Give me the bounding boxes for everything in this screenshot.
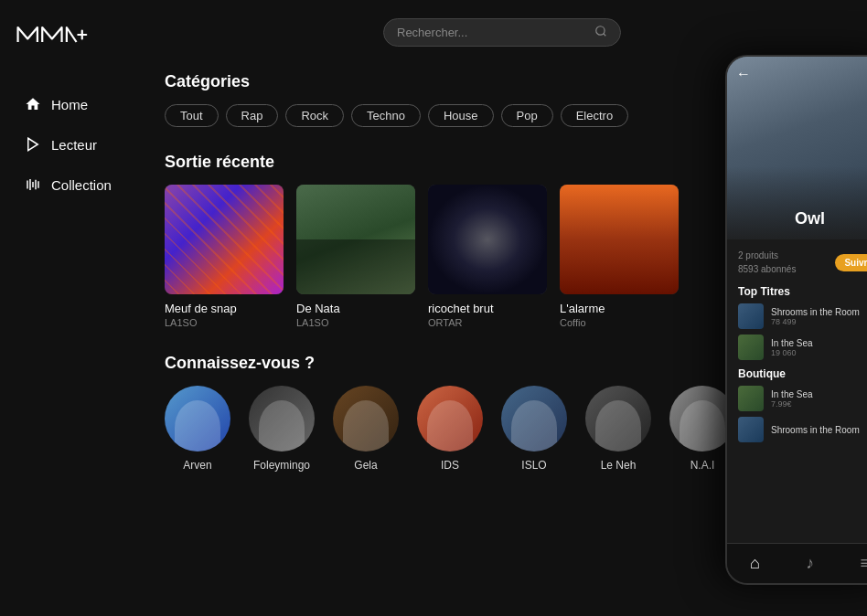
track-name-2: In the Sea [771, 338, 867, 348]
artists-row: Arven Foleymingo Gela IDS ISLO [165, 386, 840, 472]
tag-tout[interactable]: Tout [165, 104, 219, 127]
album-thumb-2 [296, 185, 415, 294]
album-artist-1: LA1SO [165, 317, 284, 328]
album-art-4 [560, 185, 679, 294]
artist-card-1[interactable]: Arven [165, 386, 230, 472]
album-art-1 [165, 185, 284, 294]
album-card-4[interactable]: L'alarme Coffio [560, 185, 679, 328]
search-input[interactable] [397, 26, 587, 39]
artist-name-6: Le Neh [601, 459, 637, 472]
svg-point-6 [596, 27, 605, 35]
logo [15, 18, 132, 55]
artist-avatar-3 [333, 386, 399, 451]
sidebar-item-lecteur-label: Lecteur [51, 137, 97, 153]
tag-pop[interactable]: Pop [501, 104, 553, 127]
album-card-1[interactable]: Meuf de snap LA1SO [165, 185, 284, 328]
search-icon [594, 25, 607, 40]
artist-avatar-4 [417, 386, 483, 451]
artist-name-4: IDS [441, 459, 459, 472]
sidebar-item-home[interactable]: Home [15, 88, 132, 121]
collection-icon [24, 175, 42, 194]
tag-rock[interactable]: Rock [285, 104, 344, 127]
recent-section: Sortie récente Meuf de snap LA1SO De Nat… [165, 153, 840, 328]
search-bar-wrap [165, 18, 840, 47]
sidebar-item-collection-label: Collection [51, 177, 112, 193]
tag-house[interactable]: House [428, 104, 494, 127]
phone-bottom-nav: ⌂ ♪ ≡ [727, 543, 867, 583]
artist-name-2: Foleymingo [253, 459, 310, 472]
album-title-2: De Nata [296, 302, 415, 315]
albums-row: Meuf de snap LA1SO De Nata LA1SO ricoche… [165, 185, 840, 328]
album-title-3: ricochet brut [428, 302, 547, 315]
phone-music-icon[interactable]: ♪ [806, 554, 814, 573]
album-artist-4: Coffio [560, 317, 679, 328]
discover-title: Connaissez-vous ? [165, 354, 840, 373]
album-thumb-1 [165, 185, 284, 294]
recent-title: Sortie récente [165, 153, 840, 172]
artist-card-7[interactable]: N.A.I [669, 386, 735, 472]
phone-home-icon[interactable]: ⌂ [750, 554, 760, 573]
artist-avatar-5 [501, 386, 567, 451]
svg-marker-0 [28, 138, 38, 151]
artist-avatar-1 [165, 386, 230, 451]
artist-name-5: ISLO [521, 459, 546, 472]
sidebar-item-lecteur[interactable]: Lecteur [15, 128, 132, 161]
artist-card-4[interactable]: IDS [417, 386, 483, 472]
categories-title: Catégories [165, 72, 840, 91]
artist-avatar-7 [669, 386, 735, 451]
tag-techno[interactable]: Techno [351, 104, 421, 127]
album-card-3[interactable]: ricochet brut ORTAR [428, 185, 547, 328]
artist-card-2[interactable]: Foleymingo [249, 386, 315, 472]
play-icon [24, 135, 42, 154]
sidebar: Home Lecteur Collection [0, 0, 146, 616]
artist-name-1: Arven [183, 459, 211, 472]
tag-electro[interactable]: Electro [561, 104, 628, 127]
album-thumb-4 [560, 185, 679, 294]
sidebar-item-collection[interactable]: Collection [15, 168, 132, 201]
album-title-4: L'alarme [560, 302, 679, 315]
album-thumb-3 [428, 185, 547, 294]
categories-section: Catégories ToutRapRockTechnoHousePopElec… [165, 72, 840, 127]
tags-list: ToutRapRockTechnoHousePopElectro [165, 104, 840, 127]
artist-card-6[interactable]: Le Neh [585, 386, 651, 472]
phone-menu-icon[interactable]: ≡ [860, 554, 867, 573]
tag-rap[interactable]: Rap [226, 104, 279, 127]
artist-avatar-2 [249, 386, 315, 451]
album-art-2 [296, 185, 415, 294]
album-art-3 [428, 185, 547, 294]
artist-card-5[interactable]: ISLO [501, 386, 567, 472]
artist-name-7: N.A.I [690, 459, 715, 472]
album-card-2[interactable]: De Nata LA1SO [296, 185, 415, 328]
album-title-1: Meuf de snap [165, 302, 284, 315]
main-content: Catégories ToutRapRockTechnoHousePopElec… [146, 0, 867, 616]
sidebar-item-home-label: Home [51, 97, 88, 112]
artist-name-3: Gela [354, 459, 377, 472]
svg-line-7 [604, 34, 606, 37]
search-bar [383, 18, 621, 47]
artist-avatar-6 [585, 386, 651, 451]
home-icon [24, 95, 42, 113]
artist-card-3[interactable]: Gela [333, 386, 399, 472]
album-artist-3: ORTAR [428, 317, 547, 328]
phone-follow-btn[interactable]: Suivre [835, 254, 867, 271]
discover-section: Connaissez-vous ? Arven Foleymingo Gela [165, 354, 840, 472]
album-artist-2: LA1SO [296, 317, 415, 328]
